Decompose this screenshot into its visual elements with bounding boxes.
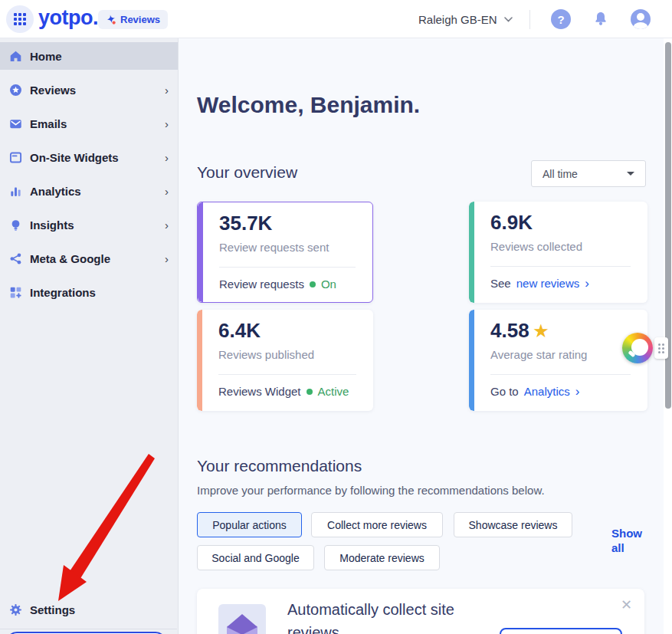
top-bar: yotpo. Reviews Raleigh GB-EN ? — [0, 0, 672, 38]
time-filter-dropdown[interactable]: All time — [531, 160, 646, 187]
star-icon — [9, 84, 22, 97]
analytics-link[interactable]: Analytics — [524, 385, 570, 398]
product-badge-label: Reviews — [120, 14, 160, 25]
envelope-icon — [9, 117, 22, 130]
sidebar-item-label: Meta & Google — [30, 252, 110, 265]
sidebar-item-label: Analytics — [30, 185, 81, 198]
status-dot-icon — [306, 389, 313, 395]
show-all-link[interactable]: Show all — [611, 526, 647, 555]
envelope-illustration — [218, 604, 266, 634]
promo-cta-button[interactable] — [500, 628, 622, 634]
sidebar-item-emails[interactable]: Emails › — [0, 110, 178, 137]
chevron-right-icon: › — [165, 152, 169, 163]
card-accent-bar — [197, 310, 202, 411]
stat-card-reviews-published[interactable]: 6.4K Reviews published Reviews Widget Ac… — [197, 310, 373, 411]
sidebar-item-label: Home — [30, 50, 62, 63]
card-accent-bar — [469, 310, 474, 411]
sidebar-item-settings[interactable]: Settings — [0, 596, 178, 623]
status-badge: Active — [318, 385, 349, 398]
sidebar-item-home[interactable]: Home — [0, 42, 178, 70]
integrations-icon — [9, 286, 22, 299]
sidebar-item-label: Integrations — [30, 286, 96, 299]
sidebar-item-meta-google[interactable]: Meta & Google › — [0, 245, 178, 272]
avatar-icon — [637, 13, 644, 21]
filter-chip-showcase-reviews[interactable]: Showcase reviews — [454, 512, 572, 537]
avatar-button[interactable] — [631, 9, 651, 29]
app-launcher-button[interactable] — [6, 5, 34, 33]
stat-card-review-requests-sent[interactable]: 35.7K Review requests sent Review reques… — [197, 202, 373, 303]
stat-label: Review requests sent — [219, 241, 329, 254]
stat-value: 6.4K — [218, 319, 261, 343]
bar-chart-icon — [9, 185, 22, 198]
chevron-right-icon: › — [585, 277, 589, 290]
chevron-right-icon: › — [165, 253, 169, 264]
account-selector-label: Raleigh GB-EN — [418, 13, 497, 26]
main-content: Welcome, Benjamin. Your overview All tim… — [179, 38, 672, 634]
chevron-down-icon — [504, 17, 513, 22]
recommendation-card-collect-site-reviews: Automatically collect site reviews ✕ — [197, 589, 644, 634]
new-reviews-link[interactable]: new reviews — [516, 277, 580, 290]
close-icon[interactable]: ✕ — [621, 598, 632, 612]
status-badge: On — [321, 278, 336, 291]
sidebar-item-label: Emails — [30, 117, 67, 130]
star-icon: ★ — [534, 322, 549, 340]
recommendations-subtitle: Improve your performance by following th… — [197, 484, 545, 497]
drag-dots-icon — [658, 343, 664, 353]
stat-card-reviews-collected[interactable]: 6.9K Reviews collected See new reviews › — [469, 202, 647, 303]
sidebar-item-on-site-widgets[interactable]: On-Site Widgets › — [0, 143, 178, 171]
chevron-right-icon: › — [165, 84, 169, 96]
card-accent-bar — [469, 202, 474, 303]
yotpo-logo: yotpo. — [38, 6, 98, 30]
sidebar-item-label: Insights — [30, 218, 74, 232]
card-accent-bar — [198, 202, 203, 302]
stat-label: Average star rating — [490, 348, 587, 361]
yotpo-star-icon — [106, 15, 116, 25]
stat-footer: See new reviews › — [490, 277, 589, 290]
filter-chip-popular-actions[interactable]: Popular actions — [197, 512, 302, 537]
sidebar-divider — [0, 629, 177, 629]
notifications-button[interactable] — [591, 9, 611, 29]
settings-label: Settings — [30, 603, 75, 616]
filter-chip-moderate-reviews[interactable]: Moderate reviews — [324, 545, 440, 570]
stat-label: Reviews published — [218, 348, 314, 361]
sidebar-nav: Home Reviews › Emails › On-Site Widgets … — [0, 38, 179, 634]
account-selector[interactable]: Raleigh GB-EN — [418, 0, 513, 38]
sidebar-item-label: On-Site Widgets — [30, 151, 119, 164]
sidebar-item-integrations[interactable]: Integrations — [0, 278, 178, 306]
stat-footer: Review requests On — [219, 278, 336, 291]
stat-value: 6.9K — [490, 211, 533, 235]
filter-chip-social-and-google[interactable]: Social and Google — [197, 545, 314, 570]
chevron-right-icon: › — [165, 118, 169, 130]
apps-grid-icon — [14, 13, 26, 25]
status-dot-icon — [310, 281, 316, 287]
stat-value: 4.58 ★ — [490, 319, 548, 343]
chevron-right-icon: › — [165, 219, 169, 231]
recommendations-title: Your recommendations — [197, 457, 362, 475]
stat-label: Reviews collected — [490, 240, 582, 253]
filter-chip-collect-more-reviews[interactable]: Collect more reviews — [311, 512, 443, 537]
overview-title: Your overview — [197, 163, 297, 182]
home-icon — [9, 50, 22, 63]
lightbulb-icon — [9, 218, 22, 232]
sidebar-item-insights[interactable]: Insights › — [0, 211, 178, 238]
chevron-right-icon: › — [165, 186, 169, 197]
widget-icon — [9, 151, 22, 164]
share-icon — [9, 252, 22, 265]
gear-icon — [9, 603, 22, 616]
chevron-right-icon: › — [575, 385, 580, 398]
product-badge-reviews[interactable]: Reviews — [98, 10, 168, 29]
bell-icon — [592, 10, 610, 28]
help-button[interactable]: ? — [551, 9, 571, 29]
stat-footer: Go to Analytics › — [490, 385, 579, 398]
drag-handle[interactable] — [654, 337, 668, 359]
topbar-divider — [529, 10, 530, 29]
caret-down-icon — [627, 172, 634, 176]
stat-value: 35.7K — [219, 212, 272, 235]
welcome-heading: Welcome, Benjamin. — [197, 92, 420, 118]
sidebar-item-analytics[interactable]: Analytics › — [0, 177, 178, 205]
extension-logo-icon[interactable] — [622, 333, 653, 363]
floating-extension-widget[interactable] — [622, 333, 668, 363]
promo-card-title: Automatically collect site reviews — [287, 598, 456, 634]
sidebar-item-reviews[interactable]: Reviews › — [0, 76, 178, 103]
stat-card-average-star-rating[interactable]: 4.58 ★ Average star rating Go to Analyti… — [469, 310, 647, 411]
